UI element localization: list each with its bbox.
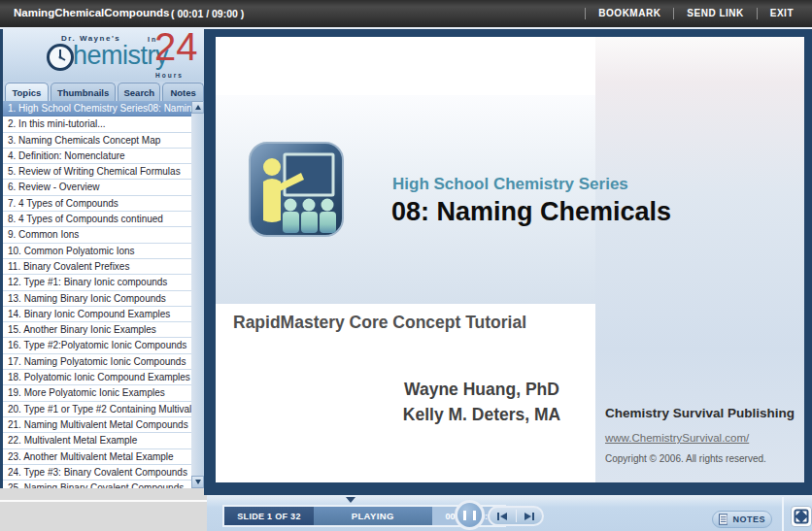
scroll-up-button[interactable]	[191, 101, 204, 114]
divider	[0, 500, 207, 502]
topics-scrollbar[interactable]	[191, 101, 204, 488]
publisher-name: Chemistry Survival Publishing	[605, 406, 795, 420]
topic-item[interactable]: 3. Naming Chemicals Concept Map	[3, 133, 191, 149]
send-link-button[interactable]: SEND LINK	[673, 8, 756, 19]
topic-item[interactable]: 4. Definition: Nomenclature	[3, 149, 191, 164]
previous-icon	[497, 513, 499, 520]
bookmark-button[interactable]: BOOKMARK	[585, 8, 673, 19]
title-bar: NamingChemicalCompounds ( 00:01 / 09:00 …	[0, 0, 812, 27]
topic-item[interactable]: 2. In this mini-tutorial...	[3, 116, 191, 132]
logo-24-text: 24	[154, 25, 198, 69]
topic-item[interactable]: 8. 4 Types of Compounds continued	[3, 212, 191, 227]
topic-item[interactable]: 23. Another Multivalent Metal Example	[3, 449, 191, 465]
progress-fill: PLAYING	[314, 507, 432, 525]
author-line: Kelly M. Deters, MA	[371, 402, 592, 427]
topic-item[interactable]: 21. Naming Multivalent Metal Compounds	[3, 417, 191, 433]
step-controls	[488, 506, 544, 526]
topic-item[interactable]: 16. Type #2:Polyatomic Ionic Compounds	[3, 338, 191, 353]
topic-item[interactable]: 11. Binary Covalent Prefixes	[3, 259, 191, 275]
topic-list: 1. High School Chemistry Series08: Namin…	[3, 101, 191, 488]
topic-item[interactable]: 12. Type #1: Binary Ionic compounds	[3, 275, 191, 290]
brand-logo: Dr. Wayne's hemistry In 24 Hours	[3, 29, 204, 82]
slide-canvas: Chemistry Survival Publishing www.Chemis…	[216, 37, 804, 482]
publisher-link[interactable]: www.ChemistrySurvival.com/	[605, 432, 749, 444]
elapsed-total-time: ( 00:01 / 09:00 )	[171, 8, 244, 19]
authors-block: Wayne Huang, PhD Kelly M. Deters, MA	[371, 377, 592, 427]
tab-notes[interactable]: Notes	[162, 83, 204, 101]
slide-subtitle: RapidMastery Core Concept Tutorial	[233, 313, 526, 333]
pause-icon	[463, 511, 476, 520]
topic-item[interactable]: 7. 4 Types of Compounds	[3, 196, 191, 212]
slide-frame: Chemistry Survival Publishing www.Chemis…	[204, 29, 812, 495]
previous-slide-button[interactable]	[497, 513, 507, 520]
author-line: Wayne Huang, PhD	[371, 377, 592, 402]
topic-item[interactable]: 19. More Polyatomic Ionic Examples	[3, 385, 191, 401]
logo-hours-text: Hours	[155, 72, 184, 79]
previous-icon	[500, 513, 507, 520]
topic-item[interactable]: 1. High School Chemistry Series08: Namin…	[3, 101, 191, 116]
next-slide-button[interactable]	[524, 513, 534, 520]
notes-button[interactable]: NOTES	[712, 511, 772, 528]
divider	[782, 497, 784, 531]
sidebar-footer	[0, 488, 207, 531]
topic-item[interactable]: 15. Another Binary Ionic Examples	[3, 322, 191, 338]
fullscreen-button[interactable]	[791, 506, 812, 527]
topic-item[interactable]: 18. Polyatomic Ionic Compound Examples	[3, 370, 191, 385]
topic-item[interactable]: 17. Naming Polyatomic Ionic Compounds	[3, 354, 191, 370]
application-window: NamingChemicalCompounds ( 00:01 / 09:00 …	[0, 0, 812, 531]
classroom-icon	[248, 141, 345, 238]
presentation-title: NamingChemicalCompounds	[14, 7, 169, 18]
copyright-text: Copyright © 2006. All rights reserved.	[605, 453, 766, 464]
seek-handle-icon[interactable]	[346, 497, 355, 503]
slide-right-panel: Chemistry Survival Publishing www.Chemis…	[595, 37, 804, 482]
tab-thumbnails[interactable]: Thumbnails	[51, 83, 117, 101]
topic-item[interactable]: 20. Type #1 or Type #2 Containing Multiv…	[3, 402, 191, 417]
tab-topics[interactable]: Topics	[5, 83, 49, 101]
next-icon	[524, 513, 531, 520]
topic-item[interactable]: 5. Review of Writing Chemical Formulas	[3, 164, 191, 180]
playback-status: PLAYING	[352, 511, 394, 521]
series-title: High School Chemistry Series	[392, 175, 628, 194]
pause-button[interactable]	[455, 500, 485, 530]
sidebar: Dr. Wayne's hemistry In 24 Hours TopicsT…	[0, 29, 204, 488]
tab-search[interactable]: Search	[118, 83, 160, 101]
slide-counter: SLIDE 1 OF 32	[224, 507, 314, 525]
clock-icon	[46, 43, 75, 72]
scroll-down-button[interactable]	[191, 476, 204, 488]
exit-button[interactable]: EXIT	[757, 8, 806, 19]
topic-item[interactable]: 24. Type #3: Binary Covalent Compounds	[3, 465, 191, 481]
topics-panel: 1. High School Chemistry Series08: Namin…	[3, 101, 204, 488]
next-icon	[532, 513, 534, 520]
playback-bar: SLIDE 1 OF 32 PLAYING 00:01 / 00:02	[207, 495, 812, 531]
topic-item[interactable]: 13. Naming Binary Ionic Compounds	[3, 291, 191, 307]
slide-title: 08: Naming Chemicals	[391, 197, 671, 227]
fullscreen-icon	[794, 509, 809, 524]
topic-item[interactable]: 22. Multivalent Metal Example	[3, 433, 191, 448]
scroll-down-icon	[195, 480, 201, 484]
topic-item[interactable]: 14. Binary Ionic Compound Examples	[3, 307, 191, 322]
notes-icon	[719, 514, 727, 525]
topic-item[interactable]: 25. Naming Binary Covalent Compounds	[3, 481, 191, 488]
notes-label: NOTES	[732, 514, 765, 524]
titlebar-actions: BOOKMARKSEND LINKEXIT	[585, 0, 806, 27]
sidebar-tabs: TopicsThumbnailsSearchNotes	[3, 82, 204, 101]
scroll-up-icon	[195, 105, 201, 110]
topic-item[interactable]: 6. Review - Overview	[3, 180, 191, 195]
topic-item[interactable]: 9. Common Ions	[3, 227, 191, 243]
divider	[516, 510, 517, 522]
topic-item[interactable]: 10. Common Polyatomic Ions	[3, 244, 191, 259]
